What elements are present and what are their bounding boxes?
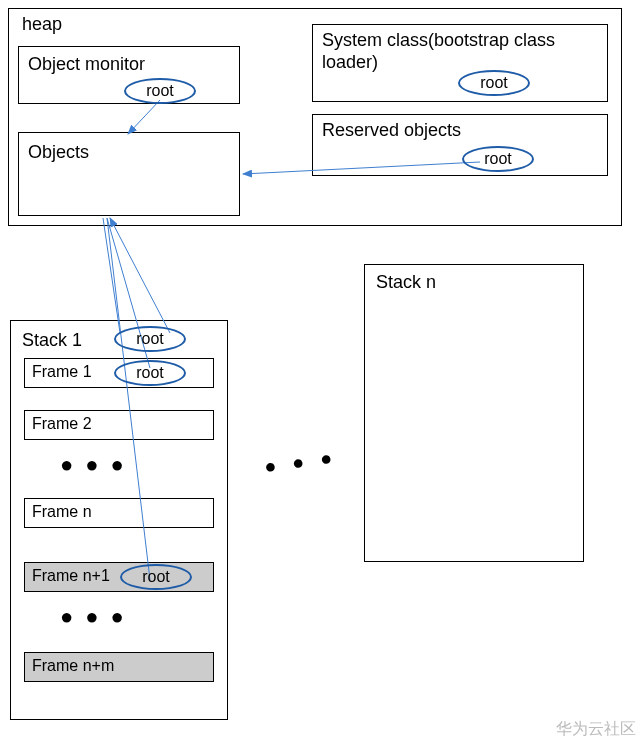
reserved-objects-label: Reserved objects [322, 120, 461, 142]
frame-1-root: root [114, 360, 186, 386]
watermark: 华为云社区 [556, 719, 636, 740]
stack1-title-root: root [114, 326, 186, 352]
between-stacks-dots: ●●● [263, 444, 350, 479]
frame-n-label: Frame n [32, 502, 92, 521]
heap-title: heap [22, 14, 62, 36]
stack1-dots-1: ●●● [60, 452, 136, 478]
frame-n1-root: root [120, 564, 192, 590]
svg-line-3 [110, 218, 170, 333]
system-class-root: root [458, 70, 530, 96]
stackn-container [364, 264, 584, 562]
frame-1-label: Frame 1 [32, 362, 92, 381]
frame-2-label: Frame 2 [32, 414, 92, 433]
objects-label: Objects [28, 142, 89, 164]
frame-n1-label: Frame n+1 [32, 566, 110, 585]
stack1-title: Stack 1 [22, 330, 82, 352]
system-class-label: System class(bootstrap class loader) [322, 30, 582, 73]
reserved-objects-root: root [462, 146, 534, 172]
stackn-title: Stack n [376, 272, 436, 294]
object-monitor-label: Object monitor [28, 54, 145, 76]
object-monitor-root: root [124, 78, 196, 104]
frame-nm-label: Frame n+m [32, 656, 114, 675]
stack1-dots-2: ●●● [60, 604, 136, 630]
svg-line-2 [103, 218, 120, 333]
